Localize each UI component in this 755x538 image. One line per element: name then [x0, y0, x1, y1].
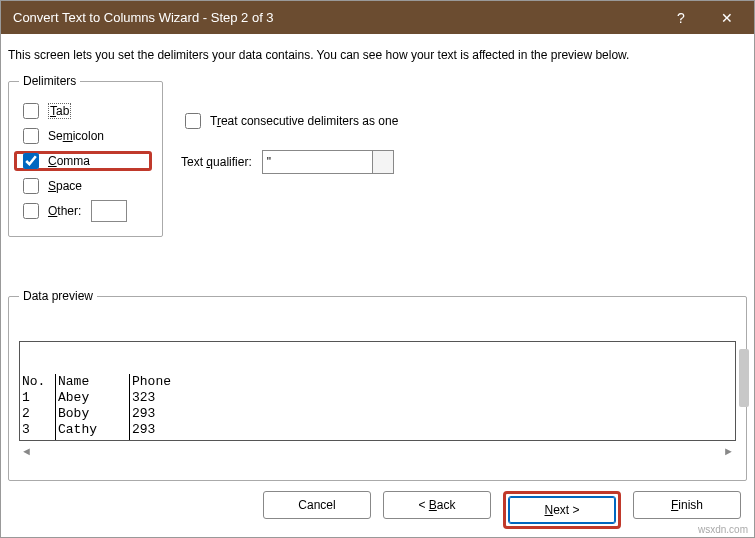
delimiter-comma-row[interactable]: Comma [14, 151, 152, 171]
intro-text: This screen lets you set the delimiters … [8, 40, 747, 74]
close-button[interactable]: ✕ [704, 1, 750, 34]
tab-label: Tab [48, 103, 71, 119]
other-input[interactable] [91, 200, 127, 222]
delimiters-group: Delimiters Tab Semicolon Comma Space [8, 74, 163, 237]
semicolon-label: Semicolon [48, 129, 104, 143]
preview-cell: Danny [58, 438, 127, 441]
preview-cell: Cathy [58, 422, 127, 438]
other-label: Other: [48, 204, 81, 218]
treat-consecutive-label: Treat consecutive delimiters as one [210, 114, 398, 128]
data-preview-legend: Data preview [19, 289, 97, 303]
delimiters-legend: Delimiters [19, 74, 80, 88]
titlebar: Convert Text to Columns Wizard - Step 2 … [1, 1, 754, 34]
qualifier-select[interactable]: " [262, 150, 394, 174]
dialog-body: This screen lets you set the delimiters … [1, 34, 754, 537]
tab-checkbox[interactable] [23, 103, 39, 119]
scroll-left-icon[interactable]: ◄ [21, 445, 32, 457]
finish-button[interactable]: Finish [633, 491, 741, 519]
vertical-scrollbar[interactable] [739, 349, 749, 407]
next-button[interactable]: Next > [508, 496, 616, 524]
other-checkbox[interactable] [23, 203, 39, 219]
horizontal-scrollbar[interactable]: ◄ ► [19, 441, 736, 459]
preview-column: No.12345 [20, 374, 56, 441]
delimiter-tab-row[interactable]: Tab [19, 101, 152, 121]
preview-cell: 293 [132, 422, 178, 438]
qualifier-label: Text qualifier: [181, 155, 252, 169]
delimiter-other-row[interactable]: Other: [19, 201, 152, 221]
text-qualifier-row: Text qualifier: " [181, 150, 747, 174]
preview-header: Phone [132, 374, 178, 390]
qualifier-value: " [267, 155, 271, 169]
next-button-highlight: Next > [503, 491, 621, 529]
preview-column: NameAbeyBobyCathyDannyEarnesto [56, 374, 130, 441]
data-preview-group: Data preview No.12345NameAbeyBobyCathyDa… [8, 289, 747, 481]
preview-cell: Boby [58, 406, 127, 422]
comma-checkbox[interactable] [23, 153, 39, 169]
preview-cell: 483 [132, 438, 178, 441]
preview-header: Name [58, 374, 127, 390]
preview-header: No. [22, 374, 53, 390]
watermark: wsxdn.com [698, 524, 748, 535]
treat-consecutive-row[interactable]: Treat consecutive delimiters as one [181, 110, 747, 132]
space-checkbox[interactable] [23, 178, 39, 194]
options-panel: Treat consecutive delimiters as one Text… [175, 74, 747, 237]
back-button[interactable]: < Back [383, 491, 491, 519]
space-label: Space [48, 179, 82, 193]
preview-cell: 293 [132, 406, 178, 422]
preview-box: No.12345NameAbeyBobyCathyDannyEarnestoPh… [19, 341, 736, 441]
delimiter-semicolon-row[interactable]: Semicolon [19, 126, 152, 146]
wizard-dialog: Convert Text to Columns Wizard - Step 2 … [0, 0, 755, 538]
preview-column: Phone323293293483515 [130, 374, 180, 441]
comma-label: Comma [48, 154, 90, 168]
preview-cell: Abey [58, 390, 127, 406]
window-title: Convert Text to Columns Wizard - Step 2 … [13, 10, 658, 25]
delimiter-space-row[interactable]: Space [19, 176, 152, 196]
scroll-right-icon[interactable]: ► [723, 445, 734, 457]
cancel-button[interactable]: Cancel [263, 491, 371, 519]
help-button[interactable]: ? [658, 1, 704, 34]
preview-cell: 2 [22, 406, 53, 422]
chevron-down-icon [379, 159, 387, 167]
preview-cell: 1 [22, 390, 53, 406]
preview-cell: 4 [22, 438, 53, 441]
preview-cell: 323 [132, 390, 178, 406]
treat-consecutive-checkbox[interactable] [185, 113, 201, 129]
button-row: Cancel < Back Next > Finish [8, 481, 747, 529]
preview-cell: 3 [22, 422, 53, 438]
semicolon-checkbox[interactable] [23, 128, 39, 144]
